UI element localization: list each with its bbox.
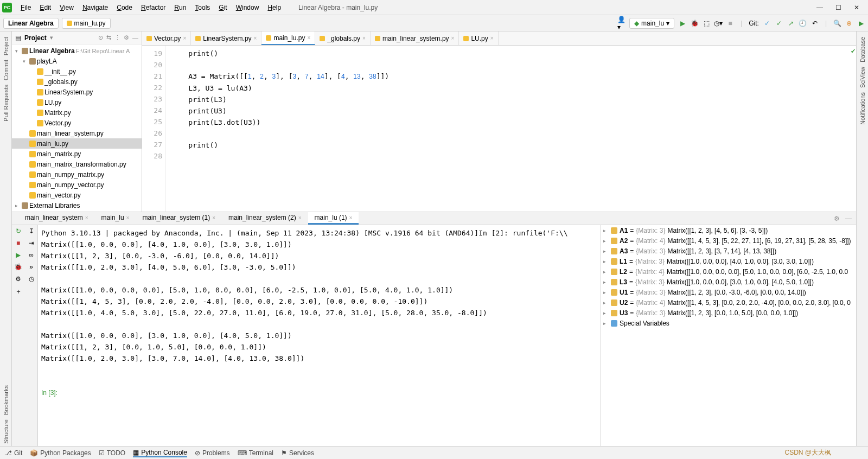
hide-icon[interactable]: — bbox=[132, 35, 138, 41]
tree-item[interactable]: main_numpy_matrix.py bbox=[12, 169, 142, 180]
tool-tab-commit[interactable]: Commit bbox=[3, 58, 9, 82]
select-opened-icon[interactable]: ⊙ bbox=[98, 34, 103, 41]
chevron-down-icon[interactable]: ▾ bbox=[50, 34, 53, 41]
debug-icon[interactable]: 🐞 bbox=[14, 263, 22, 271]
user-icon[interactable]: 👤▾ bbox=[617, 20, 625, 27]
git-commit-icon[interactable]: ✓ bbox=[775, 20, 783, 27]
settings-icon[interactable]: ⚙ bbox=[15, 275, 21, 283]
inspections-ok-icon[interactable]: ✔ bbox=[851, 48, 856, 55]
tree-item[interactable]: LinearSystem.py bbox=[12, 87, 142, 97]
editor-tab[interactable]: LinearSystem.py× bbox=[191, 31, 261, 45]
menu-code[interactable]: Code bbox=[112, 4, 137, 11]
breadcrumb-file[interactable]: main_lu.py bbox=[62, 18, 111, 29]
tree-item[interactable]: ▾playLA bbox=[12, 56, 142, 66]
minimize-icon[interactable]: — bbox=[816, 4, 824, 11]
help-icon[interactable]: ∞ bbox=[29, 251, 34, 259]
tree-item[interactable]: ▾Linear Algebra F:\Git Repo\Linear A bbox=[12, 46, 142, 56]
history-icon[interactable]: » bbox=[29, 263, 33, 271]
scroll-end-icon[interactable]: ⇥ bbox=[29, 239, 34, 247]
close-icon[interactable]: × bbox=[126, 215, 130, 221]
git-history-icon[interactable]: 🕘 bbox=[799, 20, 807, 27]
profile-icon[interactable]: ◷▾ bbox=[714, 20, 722, 27]
rerun-icon[interactable]: ↻ bbox=[16, 227, 21, 235]
status-todo[interactable]: ☑TODO bbox=[99, 449, 125, 457]
search-icon[interactable]: 🔍 bbox=[833, 20, 841, 27]
menu-tools[interactable]: Tools bbox=[190, 4, 214, 11]
run-icon[interactable]: ▶ bbox=[16, 251, 21, 259]
variable-row[interactable]: ▸ A3 = {Matrix: 3} Matrix([[1, 2, 3], [3… bbox=[601, 246, 856, 256]
gear-icon[interactable]: ⚙ bbox=[834, 215, 840, 222]
close-icon[interactable]: × bbox=[183, 35, 186, 41]
close-icon[interactable]: × bbox=[212, 215, 215, 221]
tree-item[interactable]: _globals.py bbox=[12, 76, 142, 87]
status-terminal[interactable]: ⌨Terminal bbox=[238, 449, 273, 457]
gear-icon[interactable]: ⚙ bbox=[124, 34, 129, 41]
tree-item[interactable]: ▸External Libraries bbox=[12, 200, 142, 211]
console-tab[interactable]: main_lu (1)× bbox=[308, 212, 359, 225]
menu-refactor[interactable]: Refactor bbox=[137, 4, 170, 11]
variable-row[interactable]: ▸ A2 = {Matrix: 4} Matrix([[1, 4, 5, 3],… bbox=[601, 235, 856, 246]
git-update-icon[interactable]: ✓ bbox=[763, 20, 771, 27]
menu-edit[interactable]: Edit bbox=[35, 4, 55, 11]
menu-file[interactable]: File bbox=[16, 4, 35, 11]
variable-row[interactable]: ▸ U1 = {Matrix: 3} Matrix([[1, 2, 3], [0… bbox=[601, 287, 856, 297]
project-tree[interactable]: ▾Linear Algebra F:\Git Repo\Linear A▾pla… bbox=[12, 44, 142, 212]
menu-navigate[interactable]: Navigate bbox=[78, 4, 112, 11]
run-anything-icon[interactable]: ▶ bbox=[857, 20, 865, 27]
close-icon[interactable]: × bbox=[451, 35, 455, 41]
soft-wrap-icon[interactable]: ↧ bbox=[29, 227, 34, 235]
tool-tab-structure[interactable]: Structure bbox=[3, 417, 9, 446]
tool-tab-sciview[interactable]: SciView bbox=[859, 65, 866, 90]
close-icon[interactable]: × bbox=[349, 215, 353, 221]
maximize-icon[interactable]: ☐ bbox=[834, 4, 842, 11]
console-tab[interactable]: main_linear_system× bbox=[18, 212, 95, 225]
stop-icon[interactable]: ■ bbox=[726, 20, 734, 27]
close-icon[interactable]: × bbox=[307, 35, 310, 41]
variable-row[interactable]: ▸ L3 = {Matrix: 3} Matrix([[1.0, 0.0, 0.… bbox=[601, 277, 856, 287]
tree-item[interactable]: main_lu.py bbox=[12, 138, 142, 149]
console-output[interactable]: Python 3.10.13 | packaged by Anaconda, I… bbox=[38, 225, 601, 446]
menu-help[interactable]: Help bbox=[263, 4, 285, 11]
editor-tab[interactable]: LU.py× bbox=[459, 31, 498, 45]
status-python-packages[interactable]: 📦Python Packages bbox=[30, 449, 91, 457]
tree-item[interactable]: LU.py bbox=[12, 97, 142, 107]
tree-item[interactable]: main_matrix.py bbox=[12, 149, 142, 159]
status-services[interactable]: ⚑Services bbox=[281, 449, 314, 457]
console-tab[interactable]: main_linear_system (1)× bbox=[136, 212, 222, 225]
editor-tab[interactable]: main_linear_system.py× bbox=[371, 31, 459, 45]
status-python-console[interactable]: ▦Python Console bbox=[133, 449, 187, 457]
tree-item[interactable]: main_vector.py bbox=[12, 190, 142, 200]
tree-item[interactable]: main_linear_system.py bbox=[12, 128, 142, 138]
debug-icon[interactable]: 🐞 bbox=[691, 20, 698, 27]
close-icon[interactable]: × bbox=[85, 215, 88, 221]
menu-git[interactable]: Git bbox=[214, 4, 231, 11]
expand-icon[interactable]: ⇆ bbox=[106, 34, 111, 41]
menu-run[interactable]: Run bbox=[170, 4, 190, 11]
code-editor[interactable]: print() A3 = Matrix([[1, 2, 3], [3, 7, 1… bbox=[166, 46, 850, 212]
variable-row[interactable]: ▸ L1 = {Matrix: 3} Matrix([[1.0, 0.0, 0.… bbox=[601, 256, 856, 266]
tree-item[interactable]: main_matrix_transformation.py bbox=[12, 159, 142, 169]
variable-row[interactable]: ▸ A1 = {Matrix: 3} Matrix([[1, 2, 3], [4… bbox=[601, 225, 856, 235]
variables-panel[interactable]: ▸ A1 = {Matrix: 3} Matrix([[1, 2, 3], [4… bbox=[601, 225, 856, 446]
clock-icon[interactable]: ◷ bbox=[29, 275, 34, 283]
tree-item[interactable]: Matrix.py bbox=[12, 107, 142, 118]
menu-window[interactable]: Window bbox=[232, 4, 264, 11]
console-tab[interactable]: main_linear_system (2)× bbox=[222, 212, 308, 225]
run-config-selector[interactable]: ◆ main_lu ▾ bbox=[629, 18, 674, 29]
git-rollback-icon[interactable]: ↶ bbox=[811, 20, 819, 27]
close-icon[interactable]: × bbox=[362, 35, 366, 41]
tree-item[interactable]: __init__.py bbox=[12, 66, 142, 76]
variable-row[interactable]: ▸ U2 = {Matrix: 4} Matrix([[1, 4, 5, 3],… bbox=[601, 297, 856, 308]
close-icon[interactable]: × bbox=[490, 35, 494, 41]
hide-icon[interactable]: — bbox=[845, 215, 852, 222]
editor-tab[interactable]: _globals.py× bbox=[315, 31, 371, 45]
git-push-icon[interactable]: ↗ bbox=[787, 20, 795, 27]
tool-tab-database[interactable]: Database bbox=[859, 35, 866, 65]
status-problems[interactable]: ⊘Problems bbox=[195, 449, 230, 457]
tree-item[interactable]: main_numpy_vector.py bbox=[12, 180, 142, 190]
close-icon[interactable]: × bbox=[254, 35, 257, 41]
tool-tab-notifications[interactable]: Notifications bbox=[859, 90, 866, 127]
menu-view[interactable]: View bbox=[55, 4, 78, 11]
ide-settings-icon[interactable]: ⊕ bbox=[845, 20, 853, 27]
variable-row[interactable]: ▸ L2 = {Matrix: 4} Matrix([[1.0, 0.0, 0.… bbox=[601, 266, 856, 277]
